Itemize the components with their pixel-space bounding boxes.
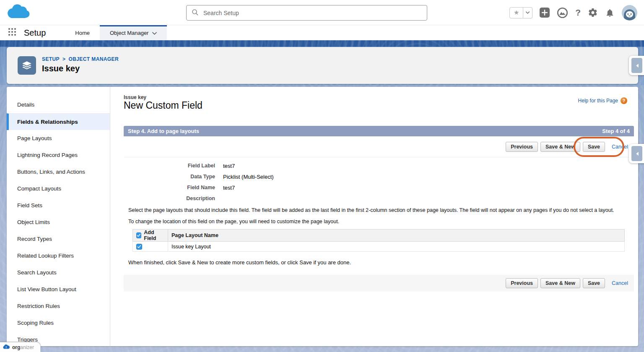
sidebar-item-compact-layouts[interactable]: Compact Layouts bbox=[7, 180, 110, 197]
breadcrumb: SETUP > OBJECT MANAGER bbox=[42, 56, 119, 62]
favorites-control: ★ bbox=[509, 7, 532, 18]
field-name-label: Field Name bbox=[124, 185, 215, 191]
search-input[interactable] bbox=[203, 10, 422, 16]
tab-object-manager[interactable]: Object Manager bbox=[100, 25, 167, 40]
chevron-left-icon bbox=[631, 146, 642, 161]
organizer-cloud-icon: ! bbox=[3, 344, 10, 351]
field-name-row: Field Name test7 bbox=[124, 185, 634, 191]
favorites-star-icon[interactable]: ★ bbox=[509, 7, 523, 18]
chevron-down-icon bbox=[152, 30, 157, 36]
help-for-this-page: Help for this Page ? bbox=[578, 97, 627, 104]
search-icon bbox=[192, 9, 198, 17]
layout-table-row: Issue key Layout bbox=[133, 242, 625, 252]
organizer-extension-badge[interactable]: ! organizer bbox=[0, 342, 41, 352]
field-label-value: test7 bbox=[223, 163, 235, 169]
help-page-link[interactable]: Help for this Page bbox=[578, 98, 618, 104]
svg-text:!: ! bbox=[5, 345, 7, 349]
previous-button-top[interactable]: Previous bbox=[506, 142, 538, 152]
wizard-step-header: Step 4. Add to page layouts Step 4 of 4 bbox=[124, 126, 634, 136]
favorites-dropdown-icon[interactable] bbox=[523, 7, 532, 18]
description-row: Description bbox=[124, 196, 634, 202]
salesforce-logo bbox=[5, 3, 31, 23]
sidebar-item-page-layouts[interactable]: Page Layouts bbox=[7, 130, 110, 147]
setup-nav-bar: Setup Home Object Manager bbox=[0, 25, 644, 40]
sidebar-item-list-view-button-layout[interactable]: List View Button Layout bbox=[7, 281, 110, 298]
sidebar-item-fields-relationships[interactable]: Fields & Relationships bbox=[7, 113, 110, 130]
object-manager-panel: Details Fields & Relationships Page Layo… bbox=[7, 87, 638, 346]
global-search bbox=[186, 5, 427, 21]
layout-name-cell: Issue key Layout bbox=[168, 242, 625, 252]
page-layout-table: Add Field Page Layout Name Issue ke bbox=[132, 229, 625, 252]
help-question-icon[interactable]: ? bbox=[621, 97, 627, 104]
tab-home-label: Home bbox=[75, 30, 90, 36]
sidebar-item-object-limits[interactable]: Object Limits bbox=[7, 214, 110, 231]
object-header-card: SETUP > OBJECT MANAGER Issue key bbox=[7, 47, 638, 84]
breadcrumb-separator: > bbox=[62, 56, 65, 62]
context-object-label: Issue key bbox=[117, 94, 146, 100]
organizer-label: organizer bbox=[12, 344, 34, 350]
sidebar-item-details[interactable]: Details bbox=[7, 96, 110, 113]
global-header: ★ ? bbox=[0, 0, 644, 25]
field-summary: Field Label test7 Data Type Picklist (Mu… bbox=[124, 163, 634, 202]
step-indicator: Step 4 of 4 bbox=[602, 128, 630, 134]
notifications-bell-icon[interactable] bbox=[605, 8, 615, 18]
bottom-actions-row: Previous Save & New Save Cancel bbox=[124, 275, 634, 292]
object-sidebar: Details Fields & Relationships Page Layo… bbox=[7, 87, 110, 346]
data-type-label: Data Type bbox=[124, 174, 215, 180]
layout-instructions-2: To change the location of this field on … bbox=[128, 219, 634, 224]
header-actions: ★ ? bbox=[509, 0, 637, 25]
data-type-value: Picklist (Multi-Select) bbox=[223, 174, 274, 180]
previous-button-bottom[interactable]: Previous bbox=[506, 278, 538, 288]
field-name-value: test7 bbox=[223, 185, 235, 191]
breadcrumb-object-manager-link[interactable]: OBJECT MANAGER bbox=[68, 56, 119, 62]
sidebar-item-record-types[interactable]: Record Types bbox=[7, 231, 110, 248]
field-label-label: Field Label bbox=[124, 163, 215, 169]
global-add-icon[interactable] bbox=[540, 8, 550, 18]
sidebar-item-search-layouts[interactable]: Search Layouts bbox=[7, 264, 110, 281]
sidebar-item-lightning-record-pages[interactable]: Lightning Record Pages bbox=[7, 147, 110, 164]
trailhead-icon[interactable] bbox=[557, 7, 568, 18]
help-icon[interactable]: ? bbox=[575, 8, 581, 18]
object-title: Issue key bbox=[42, 64, 80, 73]
save-and-new-button-bottom[interactable]: Save & New bbox=[540, 278, 580, 288]
layout-table-header-row: Add Field Page Layout Name bbox=[133, 229, 625, 242]
sidebar-item-related-lookup-filters[interactable]: Related Lookup Filters bbox=[7, 248, 110, 264]
gear-icon[interactable] bbox=[588, 8, 598, 18]
top-actions-row: Previous Save & New Save Cancel bbox=[124, 136, 634, 157]
object-layers-icon bbox=[18, 56, 36, 75]
page-layout-name-column-header: Page Layout Name bbox=[168, 229, 625, 242]
cancel-link-bottom[interactable]: Cancel bbox=[612, 280, 628, 286]
sidebar-item-scoping-rules[interactable]: Scoping Rules bbox=[7, 315, 110, 331]
field-label-row: Field Label test7 bbox=[124, 163, 634, 169]
save-button-top[interactable]: Save bbox=[583, 142, 605, 152]
select-all-layouts-checkbox[interactable] bbox=[136, 232, 141, 238]
save-button-bottom[interactable]: Save bbox=[583, 278, 605, 288]
when-finished-note: When finished, click Save & New to creat… bbox=[128, 259, 634, 266]
add-field-column-header: Add Field bbox=[144, 229, 164, 241]
sidebar-item-buttons-links-actions[interactable]: Buttons, Links, and Actions bbox=[7, 164, 110, 180]
app-name-label: Setup bbox=[24, 28, 46, 38]
issue-key-layout-checkbox[interactable] bbox=[136, 244, 142, 250]
sidebar-item-restriction-rules[interactable]: Restriction Rules bbox=[7, 298, 110, 315]
step-title: Step 4. Add to page layouts bbox=[128, 128, 199, 134]
user-avatar[interactable] bbox=[622, 5, 637, 21]
data-type-row: Data Type Picklist (Multi-Select) bbox=[124, 174, 634, 180]
page-layout-table-wrap: Add Field Page Layout Name Issue ke bbox=[132, 229, 625, 252]
description-label: Description bbox=[124, 196, 215, 202]
new-field-wizard: Step 4. Add to page layouts Step 4 of 4 … bbox=[117, 126, 634, 292]
page-title: New Custom Field bbox=[124, 100, 203, 111]
tab-home[interactable]: Home bbox=[65, 25, 100, 40]
tab-object-manager-label: Object Manager bbox=[110, 30, 149, 36]
save-and-new-button-top[interactable]: Save & New bbox=[540, 142, 580, 152]
layout-instructions-1: Select the page layouts that should incl… bbox=[128, 207, 634, 213]
breadcrumb-setup-link[interactable]: SETUP bbox=[42, 56, 60, 62]
sidebar-item-field-sets[interactable]: Field Sets bbox=[7, 197, 110, 214]
app-launcher-icon[interactable] bbox=[7, 27, 17, 39]
side-panel-toggle-top[interactable] bbox=[629, 56, 644, 75]
side-panel-toggle-middle[interactable] bbox=[629, 144, 644, 163]
chevron-left-icon bbox=[631, 58, 642, 73]
cancel-link-top[interactable]: Cancel bbox=[612, 144, 628, 150]
